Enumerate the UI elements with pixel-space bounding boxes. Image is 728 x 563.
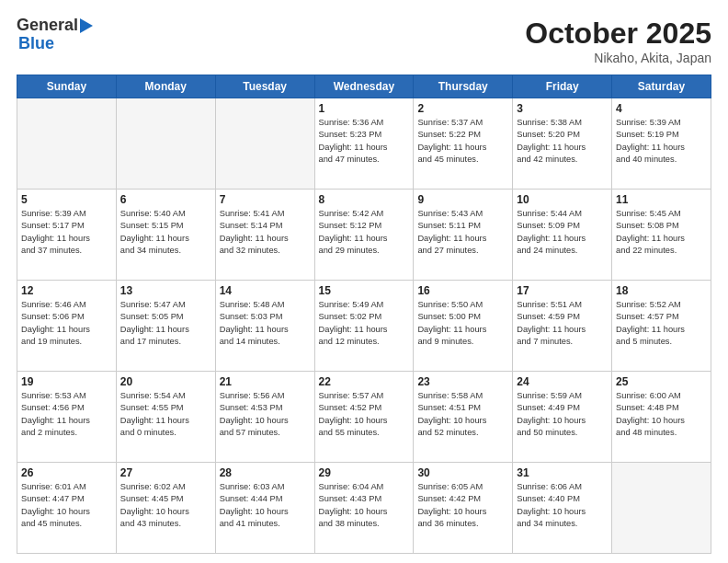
table-row: 24Sunrise: 5:59 AM Sunset: 4:49 PM Dayli… [513,372,612,463]
day-number: 22 [319,375,410,388]
day-info: Sunrise: 5:53 AM Sunset: 4:56 PM Dayligh… [21,390,112,440]
day-number: 5 [21,193,112,206]
day-info: Sunrise: 5:39 AM Sunset: 5:19 PM Dayligh… [616,117,707,167]
table-row: 31Sunrise: 6:06 AM Sunset: 4:40 PM Dayli… [513,463,612,554]
table-row: 22Sunrise: 5:57 AM Sunset: 4:52 PM Dayli… [314,372,414,463]
day-number: 8 [319,193,410,206]
day-info: Sunrise: 6:05 AM Sunset: 4:42 PM Dayligh… [417,481,508,531]
day-info: Sunrise: 5:39 AM Sunset: 5:17 PM Dayligh… [21,208,112,258]
logo: General Blue [17,17,93,53]
day-info: Sunrise: 5:36 AM Sunset: 5:23 PM Dayligh… [319,117,410,167]
header-monday: Monday [116,75,215,98]
day-info: Sunrise: 5:44 AM Sunset: 5:09 PM Dayligh… [517,208,608,258]
day-number: 21 [220,375,311,388]
logo-line2: Blue [17,35,54,53]
table-row: 8Sunrise: 5:42 AM Sunset: 5:12 PM Daylig… [314,190,414,281]
day-info: Sunrise: 5:46 AM Sunset: 5:06 PM Dayligh… [21,299,112,349]
day-number: 19 [21,375,112,388]
day-number: 18 [616,284,707,297]
table-row: 11Sunrise: 5:45 AM Sunset: 5:08 PM Dayli… [612,190,711,281]
calendar-week-row: 5Sunrise: 5:39 AM Sunset: 5:17 PM Daylig… [17,190,711,281]
location: Nikaho, Akita, Japan [525,51,711,65]
day-number: 9 [417,193,508,206]
day-info: Sunrise: 6:06 AM Sunset: 4:40 PM Dayligh… [517,481,608,531]
day-number: 29 [319,466,410,479]
day-number: 27 [120,466,211,479]
day-info: Sunrise: 5:48 AM Sunset: 5:03 PM Dayligh… [220,299,311,349]
day-info: Sunrise: 6:04 AM Sunset: 4:43 PM Dayligh… [319,481,410,531]
day-number: 10 [517,193,608,206]
table-row: 18Sunrise: 5:52 AM Sunset: 4:57 PM Dayli… [612,281,711,372]
day-info: Sunrise: 5:54 AM Sunset: 4:55 PM Dayligh… [120,390,211,440]
table-row: 12Sunrise: 5:46 AM Sunset: 5:06 PM Dayli… [17,281,117,372]
table-row: 7Sunrise: 5:41 AM Sunset: 5:14 PM Daylig… [215,190,314,281]
header-tuesday: Tuesday [215,75,314,98]
day-info: Sunrise: 5:41 AM Sunset: 5:14 PM Dayligh… [220,208,311,258]
day-number: 3 [517,102,608,115]
day-number: 13 [120,284,211,297]
month-title: October 2025 [525,17,711,51]
calendar-table: Sunday Monday Tuesday Wednesday Thursday… [17,75,711,554]
day-info: Sunrise: 5:56 AM Sunset: 4:53 PM Dayligh… [220,390,311,440]
table-row: 19Sunrise: 5:53 AM Sunset: 4:56 PM Dayli… [17,372,117,463]
table-row: 29Sunrise: 6:04 AM Sunset: 4:43 PM Dayli… [314,463,414,554]
table-row: 30Sunrise: 6:05 AM Sunset: 4:42 PM Dayli… [414,463,513,554]
day-number: 6 [120,193,211,206]
header-wednesday: Wednesday [314,75,414,98]
day-info: Sunrise: 5:37 AM Sunset: 5:22 PM Dayligh… [417,117,508,167]
day-info: Sunrise: 5:45 AM Sunset: 5:08 PM Dayligh… [616,208,707,258]
day-info: Sunrise: 5:38 AM Sunset: 5:20 PM Dayligh… [517,117,608,167]
table-row: 9Sunrise: 5:43 AM Sunset: 5:11 PM Daylig… [414,190,513,281]
logo-arrow-icon [80,18,93,33]
day-info: Sunrise: 6:02 AM Sunset: 4:45 PM Dayligh… [120,481,211,531]
table-row: 23Sunrise: 5:58 AM Sunset: 4:51 PM Dayli… [414,372,513,463]
table-row [116,98,215,190]
day-info: Sunrise: 5:49 AM Sunset: 5:02 PM Dayligh… [319,299,410,349]
header-saturday: Saturday [612,75,711,98]
table-row: 6Sunrise: 5:40 AM Sunset: 5:15 PM Daylig… [116,190,215,281]
table-row: 13Sunrise: 5:47 AM Sunset: 5:05 PM Dayli… [116,281,215,372]
table-row: 2Sunrise: 5:37 AM Sunset: 5:22 PM Daylig… [414,98,513,190]
header-sunday: Sunday [17,75,117,98]
day-number: 2 [417,102,508,115]
day-info: Sunrise: 5:47 AM Sunset: 5:05 PM Dayligh… [120,299,211,349]
logo-blue-text: Blue [18,35,54,53]
day-number: 26 [21,466,112,479]
table-row: 4Sunrise: 5:39 AM Sunset: 5:19 PM Daylig… [612,98,711,190]
day-info: Sunrise: 5:51 AM Sunset: 4:59 PM Dayligh… [517,299,608,349]
table-row: 3Sunrise: 5:38 AM Sunset: 5:20 PM Daylig… [513,98,612,190]
table-row: 20Sunrise: 5:54 AM Sunset: 4:55 PM Dayli… [116,372,215,463]
day-number: 20 [120,375,211,388]
logo-line1: General [17,17,93,35]
day-number: 1 [319,102,410,115]
table-row: 28Sunrise: 6:03 AM Sunset: 4:44 PM Dayli… [215,463,314,554]
day-number: 30 [417,466,508,479]
day-info: Sunrise: 6:01 AM Sunset: 4:47 PM Dayligh… [21,481,112,531]
day-info: Sunrise: 5:43 AM Sunset: 5:11 PM Dayligh… [417,208,508,258]
day-info: Sunrise: 5:59 AM Sunset: 4:49 PM Dayligh… [517,390,608,440]
day-info: Sunrise: 5:50 AM Sunset: 5:00 PM Dayligh… [417,299,508,349]
weekday-header-row: Sunday Monday Tuesday Wednesday Thursday… [17,75,711,98]
table-row: 14Sunrise: 5:48 AM Sunset: 5:03 PM Dayli… [215,281,314,372]
day-number: 14 [220,284,311,297]
table-row: 26Sunrise: 6:01 AM Sunset: 4:47 PM Dayli… [17,463,117,554]
table-row: 5Sunrise: 5:39 AM Sunset: 5:17 PM Daylig… [17,190,117,281]
day-info: Sunrise: 6:03 AM Sunset: 4:44 PM Dayligh… [220,481,311,531]
day-number: 23 [417,375,508,388]
day-number: 11 [616,193,707,206]
day-number: 7 [220,193,311,206]
day-info: Sunrise: 5:57 AM Sunset: 4:52 PM Dayligh… [319,390,410,440]
day-info: Sunrise: 5:52 AM Sunset: 4:57 PM Dayligh… [616,299,707,349]
header-friday: Friday [513,75,612,98]
day-number: 17 [517,284,608,297]
calendar-week-row: 12Sunrise: 5:46 AM Sunset: 5:06 PM Dayli… [17,281,711,372]
table-row [612,463,711,554]
day-number: 31 [517,466,608,479]
page: General Blue October 2025 Nikaho, Akita,… [0,0,728,563]
calendar-week-row: 1Sunrise: 5:36 AM Sunset: 5:23 PM Daylig… [17,98,711,190]
title-block: October 2025 Nikaho, Akita, Japan [525,17,711,65]
table-row: 15Sunrise: 5:49 AM Sunset: 5:02 PM Dayli… [314,281,414,372]
calendar-week-row: 19Sunrise: 5:53 AM Sunset: 4:56 PM Dayli… [17,372,711,463]
day-number: 4 [616,102,707,115]
header: General Blue October 2025 Nikaho, Akita,… [17,17,711,65]
